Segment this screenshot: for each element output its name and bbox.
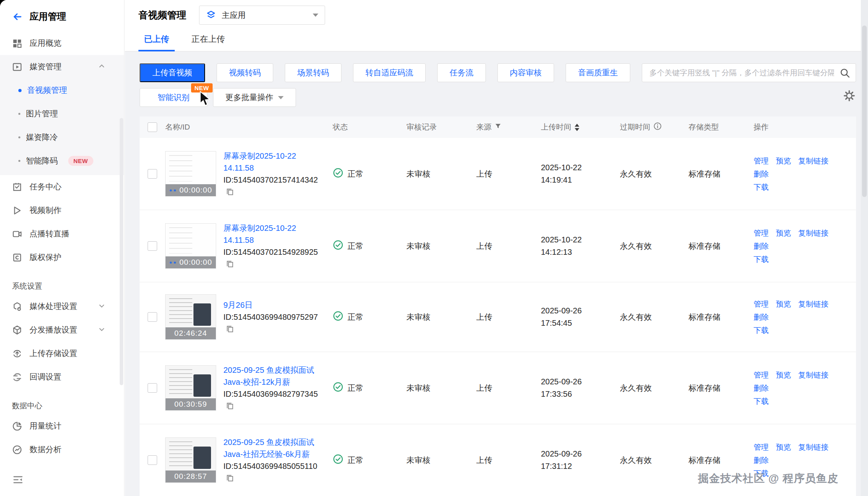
video-name-link[interactable]: 2025-09-25 鱼皮模拟面试 Java-社招无经验-6k月薪 bbox=[223, 436, 325, 460]
sidebar-item-task-center[interactable]: 任务中心 bbox=[0, 175, 124, 199]
page-title: 音视频管理 bbox=[138, 9, 186, 22]
status-ok-icon bbox=[333, 382, 343, 394]
review-status: 未审核 bbox=[406, 241, 476, 252]
info-icon[interactable] bbox=[653, 122, 662, 132]
sidebar-item-media-processing[interactable]: 媒体处理设置 bbox=[0, 295, 124, 318]
sidebar-item-upload-storage[interactable]: 上传存储设置 bbox=[0, 342, 124, 365]
manage-link[interactable]: 管理 bbox=[754, 371, 769, 379]
chevron-up-icon[interactable] bbox=[99, 62, 105, 71]
back-arrow-icon[interactable] bbox=[12, 11, 23, 22]
preview-link[interactable]: 预览 bbox=[776, 371, 791, 379]
video-id: ID:5145403699482797345 bbox=[223, 388, 318, 400]
preview-link[interactable]: 预览 bbox=[776, 443, 791, 451]
collapse-menu-icon[interactable] bbox=[12, 474, 24, 486]
video-thumbnail[interactable]: 00:28:57 bbox=[165, 437, 216, 483]
manage-link[interactable]: 管理 bbox=[754, 300, 769, 308]
app-selector-dropdown[interactable]: 主应用 bbox=[199, 6, 325, 25]
smart-recognition-button[interactable]: 智能识别 NEW bbox=[140, 88, 207, 107]
delete-link[interactable]: 删除 bbox=[754, 242, 769, 250]
delete-link[interactable]: 删除 bbox=[754, 170, 769, 178]
manage-link[interactable]: 管理 bbox=[754, 157, 769, 165]
download-link[interactable]: 下载 bbox=[754, 397, 769, 405]
sidebar-item-copyright[interactable]: 版权保护 bbox=[0, 246, 124, 269]
copy-link-link[interactable]: 复制链接 bbox=[798, 371, 829, 379]
download-link[interactable]: 下载 bbox=[754, 255, 769, 264]
search-icon[interactable] bbox=[839, 67, 850, 80]
copy-icon[interactable] bbox=[226, 187, 234, 199]
preview-link[interactable]: 预览 bbox=[776, 157, 791, 165]
video-transcode-button[interactable]: 视频转码 bbox=[217, 63, 273, 82]
delete-link[interactable]: 删除 bbox=[754, 313, 769, 321]
manage-link[interactable]: 管理 bbox=[754, 443, 769, 451]
sidebar-scrollbar-thumb[interactable] bbox=[120, 118, 123, 385]
copy-icon[interactable] bbox=[226, 324, 234, 336]
sidebar-item-video-production[interactable]: 视频制作 bbox=[0, 199, 124, 222]
copy-icon[interactable] bbox=[226, 259, 234, 271]
sidebar-item-media-cooling[interactable]: 媒资降冷 bbox=[0, 126, 124, 149]
filter-funnel-icon[interactable] bbox=[495, 123, 501, 132]
row-checkbox[interactable] bbox=[148, 241, 157, 251]
tab-uploaded[interactable]: 已上传 bbox=[143, 30, 170, 51]
copy-icon[interactable] bbox=[226, 401, 234, 413]
quality-remaster-button[interactable]: 音画质重生 bbox=[566, 63, 630, 82]
video-name-link[interactable]: 屏幕录制2025-10-22 14.11.58 bbox=[223, 222, 325, 246]
download-link[interactable]: 下载 bbox=[754, 326, 769, 335]
preview-link[interactable]: 预览 bbox=[776, 229, 791, 237]
video-thumbnail[interactable]: 02:46:24 bbox=[165, 294, 216, 340]
video-name-link[interactable]: 屏幕录制2025-10-22 14.11.58 bbox=[223, 150, 325, 174]
preview-link[interactable]: 预览 bbox=[776, 300, 791, 308]
manage-link[interactable]: 管理 bbox=[754, 229, 769, 237]
content-review-button[interactable]: 内容审核 bbox=[497, 63, 554, 82]
row-checkbox[interactable] bbox=[148, 169, 157, 179]
sort-icon[interactable] bbox=[574, 124, 580, 131]
upload-av-button[interactable]: 上传音视频 bbox=[140, 63, 205, 82]
table-row: 00:00:00 屏幕录制2025-10-22 14.11.58 ID:5145… bbox=[140, 210, 856, 282]
sidebar-item-usage-stats[interactable]: 用量统计 bbox=[0, 414, 124, 438]
tab-uploading[interactable]: 正在上传 bbox=[191, 30, 226, 51]
video-name-link[interactable]: 2025-09-25 鱼皮模拟面试 Java-校招-12k月薪 bbox=[223, 364, 325, 388]
chevron-down-icon[interactable] bbox=[99, 302, 105, 311]
sidebar-item-image-management[interactable]: 图片管理 bbox=[0, 102, 124, 126]
sidebar-item-smart-bitrate[interactable]: 智能降码 NEW bbox=[0, 149, 124, 173]
window-scrollbar-thumb[interactable] bbox=[862, 26, 867, 197]
sidebar-item-data-analysis[interactable]: 数据分析 bbox=[0, 438, 124, 461]
video-name-link[interactable]: 9月26日 bbox=[223, 299, 325, 311]
video-thumbnail[interactable]: 00:30:59 bbox=[165, 365, 216, 411]
video-thumbnail[interactable]: 00:00:00 bbox=[165, 223, 216, 269]
delete-link[interactable]: 删除 bbox=[754, 384, 769, 392]
sidebar-item-callback-settings[interactable]: 回调设置 bbox=[0, 365, 124, 389]
copy-icon[interactable] bbox=[226, 473, 234, 485]
delete-link[interactable]: 删除 bbox=[754, 456, 769, 465]
more-batch-actions-button[interactable]: 更多批量操作 bbox=[213, 88, 296, 107]
scene-transcode-button[interactable]: 场景转码 bbox=[285, 63, 341, 82]
video-thumbnail[interactable]: 00:00:00 bbox=[165, 151, 216, 197]
sidebar-item-distribution-playback[interactable]: 分发播放设置 bbox=[0, 318, 124, 342]
copy-link-link[interactable]: 复制链接 bbox=[798, 229, 829, 237]
storage-type: 标准存储 bbox=[688, 169, 754, 179]
row-checkbox[interactable] bbox=[148, 383, 157, 393]
status-ok-icon bbox=[333, 311, 343, 323]
col-status: 状态 bbox=[333, 122, 406, 132]
copy-link-link[interactable]: 复制链接 bbox=[798, 157, 829, 165]
col-expire-time: 过期时间 bbox=[620, 122, 688, 132]
copy-link-link[interactable]: 复制链接 bbox=[798, 300, 829, 308]
download-link[interactable]: 下载 bbox=[754, 183, 769, 191]
copy-link-link[interactable]: 复制链接 bbox=[798, 443, 829, 451]
window-scrollbar[interactable] bbox=[861, 0, 868, 496]
sidebar-item-app-overview[interactable]: 应用概览 bbox=[0, 31, 124, 55]
search-input[interactable] bbox=[642, 63, 856, 82]
sidebar-item-av-management[interactable]: 音视频管理 bbox=[0, 79, 124, 102]
upload-time: 2025-09-26 17:31:12 bbox=[541, 448, 620, 472]
adaptive-stream-button[interactable]: 转自适应码流 bbox=[353, 63, 426, 82]
column-settings-gear-icon[interactable] bbox=[843, 90, 855, 103]
media-table: 名称/ID 状态 审核记录 来源 上传时间 bbox=[140, 116, 856, 496]
sidebar-item-vod-to-live[interactable]: 点播转直播 bbox=[0, 222, 124, 246]
sidebar-item-media-assets[interactable]: 媒资管理 bbox=[0, 55, 124, 79]
task-flow-button[interactable]: 任务流 bbox=[437, 63, 486, 82]
new-badge: NEW bbox=[68, 156, 93, 166]
sidebar-header: 应用管理 bbox=[0, 0, 124, 31]
select-all-checkbox[interactable] bbox=[148, 122, 157, 132]
row-checkbox[interactable] bbox=[148, 455, 157, 465]
row-checkbox[interactable] bbox=[148, 312, 157, 322]
chevron-down-icon[interactable] bbox=[99, 325, 105, 335]
